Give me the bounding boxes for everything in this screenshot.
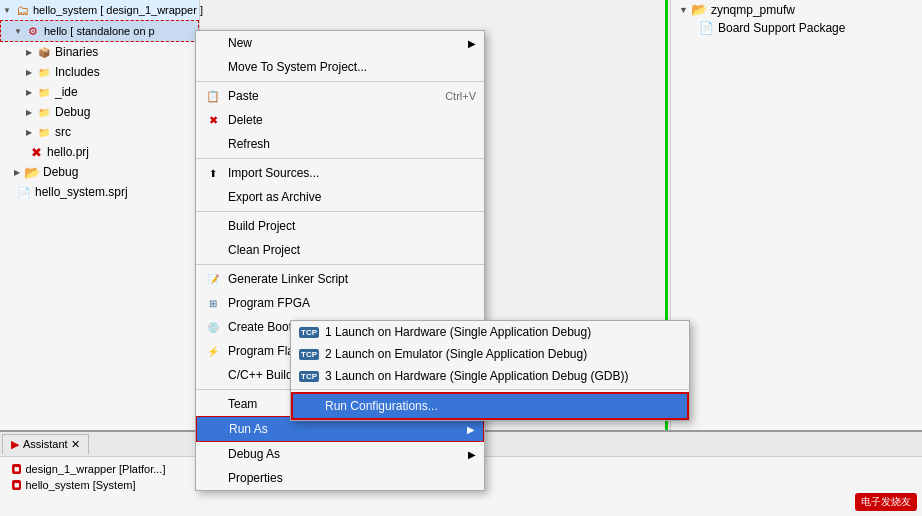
refresh-icon [204, 136, 222, 152]
src-icon: 📁 [36, 124, 52, 140]
submenu-launch-emulator[interactable]: TCP 2 Launch on Emulator (Single Applica… [291, 343, 689, 365]
menu-label-refresh: Refresh [228, 137, 270, 151]
menu-item-program-fpga[interactable]: ⊞ Program FPGA [196, 291, 484, 315]
boot-icon: 💿 [204, 319, 222, 335]
team-icon [204, 396, 222, 412]
new-icon [204, 35, 222, 51]
submenu-label-run-configurations: Run Configurations... [325, 399, 438, 413]
export-icon [204, 189, 222, 205]
menu-item-new[interactable]: New ▶ [196, 31, 484, 55]
build-icon [204, 218, 222, 234]
submenu-run-as: TCP 1 Launch on Hardware (Single Applica… [290, 320, 690, 421]
assistant-icon: ▶ [11, 438, 19, 451]
run-as-arrow: ▶ [467, 424, 475, 435]
menu-item-debug-as[interactable]: Debug As ▶ [196, 442, 484, 466]
delete-icon: ✖ [204, 112, 222, 128]
chevron-debug-sub: ▶ [24, 107, 34, 117]
fpga-icon: ⊞ [204, 295, 222, 311]
run-config-icon [301, 398, 319, 414]
submenu-label-launch-hardware: 1 Launch on Hardware (Single Application… [325, 325, 591, 339]
tree-label-ide: _ide [55, 85, 78, 99]
chevron-includes: ▶ [24, 67, 34, 77]
tree-label-hello-system-sprj: hello_system.sprj [35, 185, 128, 199]
submenu-launch-hardware[interactable]: TCP 1 Launch on Hardware (Single Applica… [291, 321, 689, 343]
tree-item-debug-main[interactable]: ▶ 📂 Debug [0, 162, 199, 182]
tcp-icon-3: TCP [299, 371, 319, 382]
menu-item-properties[interactable]: Properties [196, 466, 484, 490]
tree-item-hello-system[interactable]: ▼ 🗂 hello_system [ design_1_wrapper ] [0, 0, 199, 20]
menu-item-paste[interactable]: 📋 Paste Ctrl+V [196, 84, 484, 108]
tree-item-ide[interactable]: ▶ 📁 _ide [0, 82, 199, 102]
menu-item-refresh[interactable]: Refresh [196, 132, 484, 156]
assistant-tab[interactable]: ▶ Assistant ✕ [2, 434, 89, 454]
tree-item-includes[interactable]: ▶ 📁 Includes [0, 62, 199, 82]
import-icon: ⬆ [204, 165, 222, 181]
chevron-binaries: ▶ [24, 47, 34, 57]
menu-item-delete[interactable]: ✖ Delete [196, 108, 484, 132]
project-icon: ⚙ [25, 23, 41, 39]
tree-item-hello-system-sprj[interactable]: 📄 hello_system.sprj [0, 182, 199, 202]
menu-label-paste: Paste [228, 89, 259, 103]
move-icon [204, 59, 222, 75]
tree-label-hello-system: hello_system [ design_1_wrapper ] [33, 4, 203, 16]
system-icon: 🗂 [14, 2, 30, 18]
menu-label-run-as: Run As [229, 422, 268, 436]
menu-item-build-project[interactable]: Build Project [196, 214, 484, 238]
bottom-label-hello-system: hello_system [System] [25, 479, 135, 491]
menu-item-import-sources[interactable]: ⬆ Import Sources... [196, 161, 484, 185]
menu-label-build-project: Build Project [228, 219, 295, 233]
debug-sub-icon: 📁 [36, 104, 52, 120]
sprj-icon: 📄 [16, 184, 32, 200]
paste-icon: 📋 [204, 88, 222, 104]
submenu-launch-hardware-gdb[interactable]: TCP 3 Launch on Hardware (Single Applica… [291, 365, 689, 387]
menu-label-import-sources: Import Sources... [228, 166, 319, 180]
menu-item-export-archive[interactable]: Export as Archive [196, 185, 484, 209]
design-wrapper-icon: ■ [12, 464, 21, 474]
tree-item-hello-prj[interactable]: ✖ hello.prj [0, 142, 199, 162]
submenu-separator [291, 389, 689, 390]
run-as-icon [205, 421, 223, 437]
menu-item-clean-project[interactable]: Clean Project [196, 238, 484, 262]
tree-item-src[interactable]: ▶ 📁 src [0, 122, 199, 142]
paste-shortcut: Ctrl+V [445, 90, 476, 102]
submenu-run-configurations[interactable]: Run Configurations... [291, 392, 689, 420]
tree-item-binaries[interactable]: ▶ 📦 Binaries [0, 42, 199, 62]
chevron-zynqmp: ▼ [679, 5, 688, 15]
flash-icon: ⚡ [204, 343, 222, 359]
context-menu: New ▶ Move To System Project... 📋 Paste … [195, 30, 485, 491]
tree-item-bsp[interactable]: 📄 Board Support Package [671, 19, 922, 37]
clean-icon [204, 242, 222, 258]
settings-icon [204, 367, 222, 383]
menu-label-debug-as: Debug As [228, 447, 280, 461]
tcp-icon-2: TCP [299, 349, 319, 360]
assistant-tab-label: Assistant ✕ [23, 438, 80, 451]
tree-item-zynqmp[interactable]: ▼ 📂 zynqmp_pmufw [671, 0, 922, 19]
zynqmp-folder-icon: 📂 [691, 2, 707, 17]
tree-label-binaries: Binaries [55, 45, 98, 59]
menu-label-properties: Properties [228, 471, 283, 485]
properties-icon [204, 470, 222, 486]
menu-item-generate-linker[interactable]: 📝 Generate Linker Script [196, 267, 484, 291]
tree-label-src: src [55, 125, 71, 139]
tree-item-hello[interactable]: ▼ ⚙ hello [ standalone on p [0, 20, 199, 42]
separator-4 [196, 264, 484, 265]
tree-item-debug-sub[interactable]: ▶ 📁 Debug [0, 102, 199, 122]
menu-item-move-to-system[interactable]: Move To System Project... [196, 55, 484, 79]
tree-label-hello: hello [ standalone on p [44, 25, 155, 37]
menu-label-move-to-system: Move To System Project... [228, 60, 367, 74]
separator-2 [196, 158, 484, 159]
debug-as-arrow: ▶ [468, 449, 476, 460]
includes-icon: 📁 [36, 64, 52, 80]
prj-icon: ✖ [28, 144, 44, 160]
binaries-icon: 📦 [36, 44, 52, 60]
debug-as-icon [204, 446, 222, 462]
bottom-label-design-wrapper: design_1_wrapper [Platfor...] [25, 463, 165, 475]
tree-label-hello-prj: hello.prj [47, 145, 89, 159]
chevron-hello: ▼ [13, 26, 23, 36]
tcp-icon-1: TCP [299, 327, 319, 338]
bsp-icon: 📄 [699, 21, 714, 35]
linker-icon: 📝 [204, 271, 222, 287]
chevron-debug-main: ▶ [12, 167, 22, 177]
menu-label-new: New [228, 36, 252, 50]
tree-label-zynqmp: zynqmp_pmufw [711, 3, 795, 17]
